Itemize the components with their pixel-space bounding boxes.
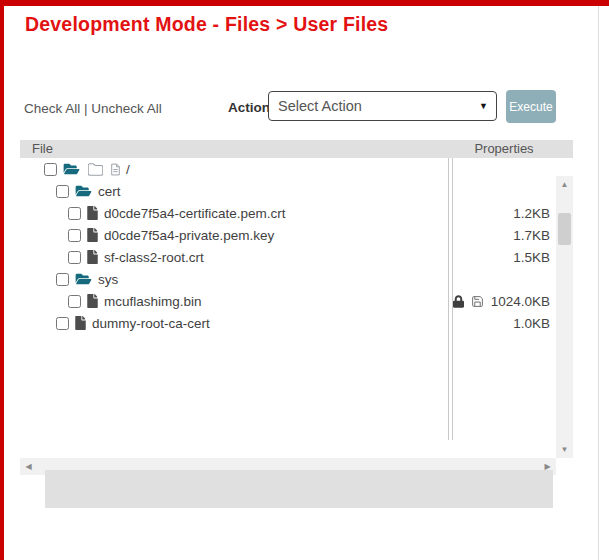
new-folder-icon[interactable] <box>88 163 103 176</box>
action-select[interactable]: Select Action <box>268 91 497 121</box>
file-table-body: / cert d0cde7f5a4-certificate.pem.crt <box>20 158 573 440</box>
column-header-properties: Properties <box>452 141 556 156</box>
top-red-accent-bar <box>0 0 609 6</box>
file-size: 1.7KB <box>513 228 550 243</box>
row-checkbox[interactable] <box>44 163 57 176</box>
execute-button[interactable]: Execute <box>506 90 556 123</box>
file-icon <box>87 206 98 220</box>
tree-row-file: mcuflashimg.bin <box>20 290 448 312</box>
vertical-scrollbar[interactable]: ▲ ▼ <box>556 176 573 458</box>
left-red-accent-strip <box>0 0 4 560</box>
tree-item-label[interactable]: d0cde7f5a4-private.pem.key <box>104 228 274 243</box>
tree-item-label[interactable]: dummy-root-ca-cert <box>92 316 210 331</box>
file-size: 1.5KB <box>513 250 550 265</box>
column-header-file: File <box>32 141 53 156</box>
file-panel: File Properties / <box>20 140 573 457</box>
row-checkbox[interactable] <box>56 185 69 198</box>
tree-row-root: / <box>20 158 448 180</box>
scroll-down-icon[interactable]: ▼ <box>556 441 573 458</box>
file-icon <box>75 316 86 330</box>
check-links-separator: | <box>80 101 91 116</box>
scroll-up-icon[interactable]: ▲ <box>556 176 573 193</box>
tree-item-label[interactable]: / <box>126 162 130 177</box>
properties-row <box>453 158 556 180</box>
row-checkbox[interactable] <box>56 317 69 330</box>
file-size: 1024.0KB <box>491 294 550 309</box>
tree-row-file: d0cde7f5a4-private.pem.key <box>20 224 448 246</box>
tree-item-label[interactable]: mcuflashimg.bin <box>104 294 202 309</box>
folder-open-icon <box>75 272 92 286</box>
new-file-icon[interactable] <box>109 162 122 177</box>
tree-row-file: dummy-root-ca-cert <box>20 312 448 334</box>
lock-icon <box>453 295 464 308</box>
folder-open-icon <box>75 184 92 198</box>
row-checkbox[interactable] <box>68 251 81 264</box>
file-icon <box>87 294 98 308</box>
file-size: 1.2KB <box>513 206 550 221</box>
flash-save-icon <box>471 295 484 308</box>
check-links-group: Check All | Uncheck All <box>24 101 162 116</box>
properties-row <box>453 180 556 202</box>
file-icon <box>87 228 98 242</box>
tree-row-file: sf-class2-root.crt <box>20 246 448 268</box>
row-checkbox[interactable] <box>56 273 69 286</box>
file-icon <box>87 250 98 264</box>
check-all-link[interactable]: Check All <box>24 101 80 116</box>
tree-item-label[interactable]: d0cde7f5a4-certificate.pem.crt <box>104 206 286 221</box>
properties-row: 1.5KB <box>453 246 556 268</box>
status-progress-area <box>45 470 553 508</box>
tree-item-label[interactable]: cert <box>98 184 121 199</box>
properties-row <box>453 268 556 290</box>
scroll-left-icon[interactable]: ◀ <box>20 458 37 475</box>
tree-row-file: d0cde7f5a4-certificate.pem.crt <box>20 202 448 224</box>
properties-row: 1.0KB <box>453 312 556 334</box>
properties-row: 1.7KB <box>453 224 556 246</box>
properties-row: 1024.0KB <box>453 290 556 312</box>
page-title: Development Mode - Files > User Files <box>25 13 388 36</box>
tree-row-folder: sys <box>20 268 448 290</box>
properties-column: 1.2KB 1.7KB 1.5KB 1024.0KB 1.0KB <box>452 158 556 440</box>
action-select-wrap: Select Action ▼ <box>268 91 497 121</box>
row-checkbox[interactable] <box>68 295 81 308</box>
tree-row-folder: cert <box>20 180 448 202</box>
properties-row: 1.2KB <box>453 202 556 224</box>
file-tree-column: / cert d0cde7f5a4-certificate.pem.crt <box>20 158 449 440</box>
container-right-border <box>598 6 599 560</box>
file-size: 1.0KB <box>513 316 550 331</box>
vertical-scrollbar-thumb[interactable] <box>558 213 571 245</box>
row-checkbox[interactable] <box>68 229 81 242</box>
file-table-header: File Properties <box>20 140 573 158</box>
uncheck-all-link[interactable]: Uncheck All <box>91 101 162 116</box>
tree-item-label[interactable]: sys <box>98 272 118 287</box>
tree-item-label[interactable]: sf-class2-root.crt <box>104 250 204 265</box>
row-checkbox[interactable] <box>68 207 81 220</box>
folder-open-icon <box>63 162 80 176</box>
